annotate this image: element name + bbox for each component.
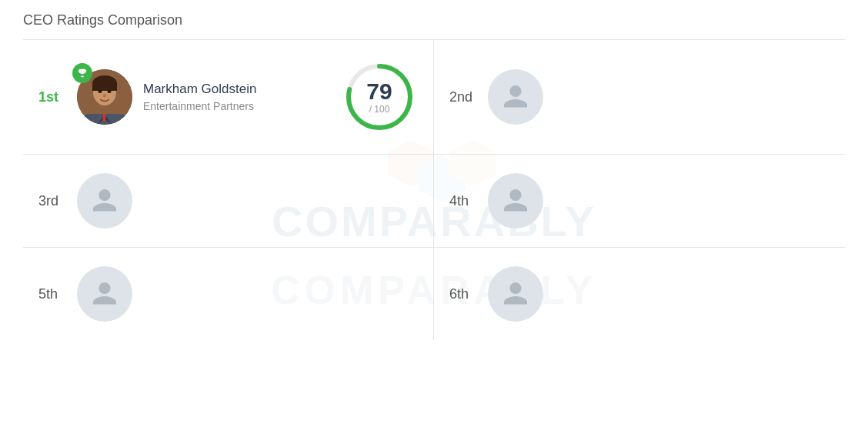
rank-label-sixth: 6th [449,286,477,302]
svg-rect-3 [92,83,117,91]
trophy-badge-icon [72,63,92,83]
ceo-company-first: Entertainment Partners [143,100,330,112]
avatar-second [488,69,543,125]
ceo-name-first: Markham Goldstein [143,82,330,97]
avatar-wrapper-first [77,69,132,125]
avatar-fifth [77,266,132,322]
rank-cell-first: 1st [23,40,434,155]
avatar-sixth [488,266,543,322]
person-icon-second [502,83,529,111]
avatar-third [77,173,132,229]
svg-point-6 [103,94,106,98]
rank-label-fourth: 4th [449,193,477,209]
rank-cell-second: 2nd [434,40,845,155]
rank-label-fifth: 5th [38,286,66,302]
avatar-fourth [488,173,543,229]
rank-cell-third: 3rd [23,155,434,248]
trophy-icon [77,68,88,78]
page-title: CEO Ratings Comparison [23,12,845,40]
rank-cell-fifth: 5th [23,248,434,340]
ceo-info-first: Markham Goldstein Entertainment Partners [143,82,330,112]
score-number: 79 [366,80,392,103]
rank-cell-fourth: 4th [434,155,845,248]
score-text: 79 / 100 [366,80,392,114]
rank-label-third: 3rd [38,193,66,209]
rankings-grid: 1st [23,40,845,340]
person-icon-fourth [502,187,529,215]
person-icon-sixth [502,280,529,308]
score-denom: / 100 [366,105,392,114]
svg-point-5 [108,90,112,93]
rank-cell-sixth: 6th [434,248,845,340]
svg-point-4 [98,90,102,93]
person-icon-third [91,187,119,215]
score-circle-first: 79 / 100 [341,58,418,135]
page-container: CEO Ratings Comparison COMPARABLY 1st [0,0,868,352]
rank-label-second: 2nd [449,89,477,105]
person-icon-fifth [91,280,119,308]
rank-label-first: 1st [38,89,66,105]
